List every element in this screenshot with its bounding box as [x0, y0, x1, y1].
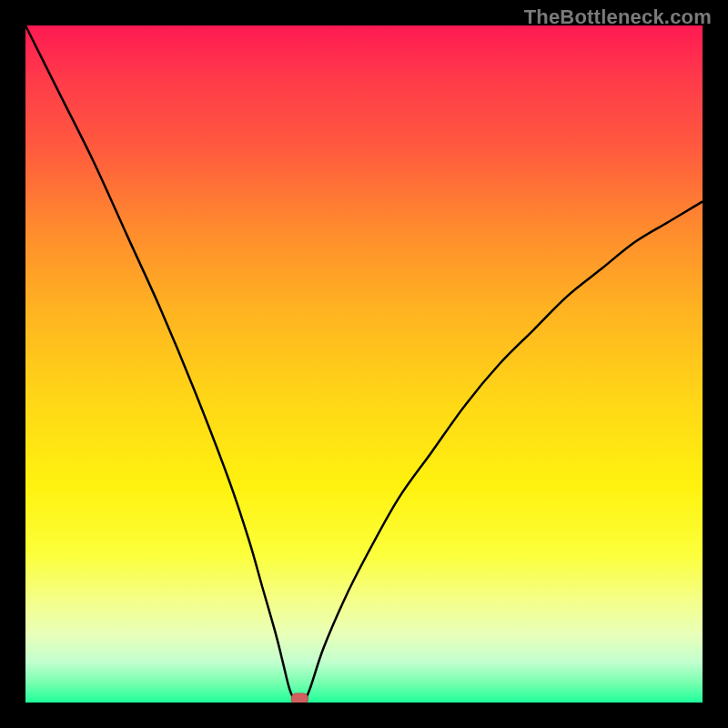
chart-frame: TheBottleneck.com — [0, 0, 728, 728]
optimum-marker — [291, 693, 308, 703]
chart-svg — [25, 25, 703, 703]
bottleneck-curve — [25, 25, 703, 703]
plot-area — [25, 25, 703, 703]
watermark-text: TheBottleneck.com — [524, 5, 712, 29]
